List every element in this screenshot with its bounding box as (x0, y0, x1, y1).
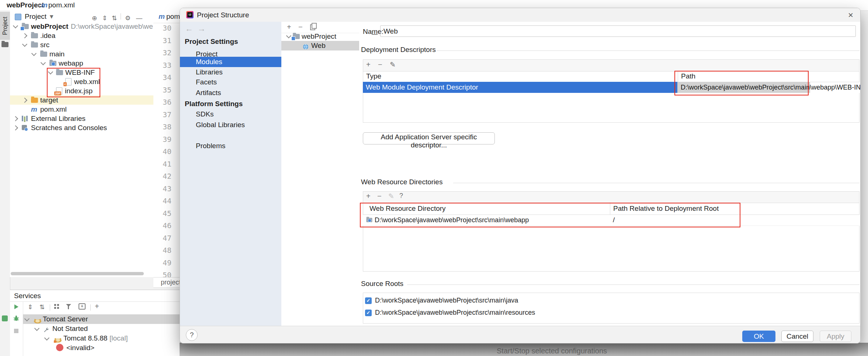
sidebar-item-problems[interactable]: Problems (196, 141, 225, 151)
run-icon[interactable] (14, 303, 19, 311)
tree-label: .idea (40, 31, 55, 40)
forward-icon[interactable]: → (198, 24, 206, 34)
tree-label: webapp (59, 59, 83, 68)
editor-line-number: 34 (153, 73, 171, 82)
dd-col-path[interactable]: Path (681, 71, 695, 82)
expand-all-icon[interactable]: ⇕ (28, 303, 33, 311)
remove-resource-icon[interactable]: − (377, 192, 382, 200)
sidebar-item-libraries[interactable]: Libraries (196, 67, 223, 77)
edit-resource-icon[interactable]: ✎ (388, 192, 394, 200)
apply-button[interactable]: Apply (820, 331, 851, 342)
add-app-server-descriptor-button[interactable]: Add Application Server specific descript… (363, 132, 495, 144)
back-icon[interactable]: ← (185, 24, 193, 34)
sidebar-item-sdks[interactable]: SDKs (196, 109, 214, 119)
project-view-title[interactable]: Project (25, 10, 46, 23)
checkbox-java-root[interactable]: ✓ (365, 297, 372, 304)
tree-item-src[interactable]: src (10, 40, 153, 49)
checkbox-resources-root[interactable]: ✓ (365, 310, 372, 316)
sidebar-item-facets[interactable]: Facets (196, 77, 217, 87)
dialog-footer: ? OK Cancel Apply (180, 326, 860, 343)
services-item-not-started[interactable]: Not Started (23, 324, 180, 334)
sidebar-item-artifacts[interactable]: Artifacts (196, 88, 221, 98)
help-button[interactable]: ? (186, 329, 198, 341)
editor-line-number: 36 (153, 98, 171, 107)
dd-row-path: D:\workSpace\javaweb\webProject\src\main… (681, 82, 861, 93)
tree-label: target (40, 95, 58, 105)
sidebar-header-project-settings: Project Settings (185, 37, 238, 46)
services-stripe-icon[interactable] (2, 315, 8, 321)
wrd-table-empty (363, 226, 860, 272)
tree-path-hint: D:\workSpace\javaweb\webProje (71, 22, 153, 31)
copy-module-icon[interactable] (310, 24, 315, 30)
remove-module-icon[interactable]: − (298, 23, 303, 31)
services-item-tomcat-8588[interactable]: Tomcat 8.5.88 [local] (23, 334, 180, 343)
services-item-label: Tomcat 8.5.88 (63, 334, 107, 343)
tree-label: web.xml (74, 77, 100, 86)
collapse-all-icon[interactable]: ⇅ (39, 303, 45, 311)
editor-line-number: 40 (153, 147, 171, 156)
services-item-invalid[interactable]: <invalid> (23, 343, 180, 353)
project-panel-hscrollbar[interactable] (11, 272, 144, 275)
sidebar-header-platform-settings: Platform Settings (185, 99, 243, 109)
module-tree-web[interactable]: Web (281, 41, 359, 50)
ok-button[interactable]: OK (742, 331, 775, 342)
project-stripe-tab[interactable]: Project (0, 12, 10, 40)
help-resource-icon[interactable]: ? (399, 192, 403, 200)
wrd-table-row[interactable]: D:\workSpace\javaweb\webProject\src\main… (363, 214, 859, 226)
tree-label: webProject (31, 22, 68, 31)
wrd-row-rel: / (613, 214, 615, 226)
editor-line-number: 37 (153, 110, 171, 119)
dialog-title-bar[interactable]: IJ Project Structure × (180, 8, 860, 22)
editor-line-number: 42 (153, 172, 171, 181)
web-resource-directories-title: Web Resource Directories (361, 178, 442, 186)
wrd-col-dir[interactable]: Web Resource Directory (369, 202, 446, 214)
tree-item-pom-xml[interactable]: m pom.xml (10, 105, 153, 114)
tree-item-target[interactable]: target (10, 95, 153, 105)
web-facet-icon (303, 43, 309, 52)
source-roots-box: ✓ D:\workSpace\javaweb\webProject\src\ma… (363, 293, 860, 324)
cancel-button[interactable]: Cancel (781, 331, 813, 342)
status-hint-text: Start/Stop selected configurations (497, 347, 607, 355)
add-module-icon[interactable]: + (287, 23, 291, 31)
name-field[interactable]: Web (380, 25, 856, 37)
dd-table-row[interactable]: Web Module Deployment Descriptor D:\work… (363, 82, 859, 93)
sidebar-item-global-libraries[interactable]: Global Libraries (196, 120, 245, 130)
filter-icon[interactable] (66, 304, 71, 307)
edit-descriptor-icon[interactable]: ✎ (390, 60, 396, 69)
editor-line-number: 38 (153, 122, 171, 131)
services-item-label: <invalid> (66, 343, 94, 353)
sidebar-item-modules[interactable]: Modules (180, 57, 281, 67)
remove-descriptor-icon[interactable]: − (378, 60, 382, 69)
tree-item-webapp[interactable]: webapp (10, 59, 153, 68)
add-service-icon[interactable]: + (95, 302, 99, 311)
module-tree-root[interactable]: webProject (281, 32, 359, 41)
add-resource-icon[interactable]: + (366, 192, 371, 200)
wrd-row-dir: D:\workSpace\javaweb\webProject\src\main… (375, 214, 529, 226)
tree-item-web-xml[interactable]: < web.xml (10, 77, 153, 86)
editor-gutter: 3031323334353637383940414243444546474849… (153, 10, 183, 277)
group-by-icon[interactable] (54, 304, 59, 309)
tree-item-external-libraries[interactable]: External Libraries (10, 114, 153, 123)
debug-icon[interactable] (13, 315, 19, 323)
services-item-suffix: [local] (110, 334, 128, 343)
tree-item-web-inf[interactable]: WEB-INF (10, 68, 153, 77)
breadcrumb-file[interactable]: pom.xml (48, 0, 75, 10)
tree-item-scratches[interactable]: Scratches and Consoles (10, 123, 153, 132)
close-icon[interactable]: × (848, 8, 853, 22)
add-tab-icon[interactable]: + (79, 303, 86, 310)
editor-line-number: 50 (153, 271, 171, 277)
tree-item-idea[interactable]: .idea (10, 31, 153, 40)
editor-breadcrumb[interactable]: project (161, 278, 181, 287)
source-root-resources: D:\workSpace\javaweb\webProject\src\main… (375, 309, 535, 317)
project-panel-header: Project ▾ ⊕ ⇕ ⇅ ⚙ — (10, 10, 153, 23)
tree-item-index-jsp[interactable]: JSP index.jsp (10, 86, 153, 95)
chevron-down-icon[interactable]: ▾ (50, 10, 53, 23)
services-item-tomcat-server[interactable]: Tomcat Server (23, 314, 180, 324)
wrd-col-rel[interactable]: Path Relative to Deployment Root (613, 202, 719, 214)
editor-line-number: 32 (153, 48, 171, 57)
stop-icon[interactable] (14, 329, 18, 333)
dd-col-type[interactable]: Type (366, 71, 381, 82)
tree-item-webproject[interactable]: webProject D:\workSpace\javaweb\webProje (10, 22, 153, 31)
add-descriptor-icon[interactable]: + (366, 60, 371, 69)
tree-item-main[interactable]: main (10, 49, 153, 59)
